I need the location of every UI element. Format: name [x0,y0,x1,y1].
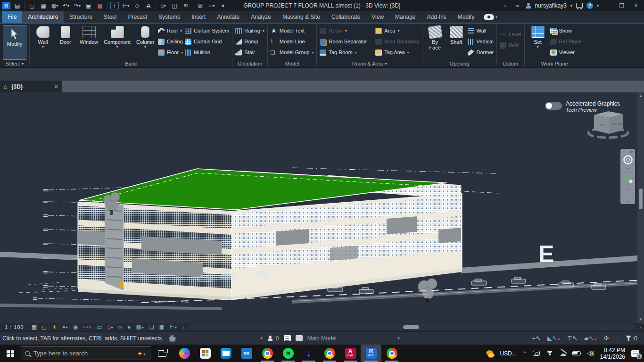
accelerated-graphics-toggle[interactable] [545,102,562,110]
tab-add-ins[interactable]: Add-Ins [421,11,452,23]
insert-image-icon[interactable]: ▩ [96,2,104,9]
elevation-marker[interactable]: E [538,241,554,267]
wall-button[interactable]: Wall▾ [33,25,53,50]
dormer-button[interactable]: Dormer [468,48,494,57]
scroll-right-icon[interactable]: › [636,324,644,330]
ramp-button[interactable]: Ramp [235,37,264,46]
view-lock-icon[interactable]: ⌂● [107,324,113,330]
mall-building[interactable] [78,169,462,300]
help-caret-icon[interactable]: ▾ [597,4,599,8]
scroll-up-icon[interactable]: ▲ [637,94,644,98]
opening-vertical-button[interactable]: Vertical [468,37,494,46]
restore-button[interactable]: ❐ [617,1,627,10]
communicator-icon[interactable]: ▾ [484,11,497,23]
tab-systems[interactable]: Systems [153,11,186,23]
area-button[interactable]: Area▾ [375,26,419,35]
select-underlay-icon[interactable]: ◣↖✕ [547,335,561,342]
model-3d-view[interactable]: E [0,92,644,323]
tab-precast[interactable]: Precast [122,11,153,23]
panel-label-work-plane[interactable]: Work Plane [525,60,585,67]
view-tab-scroll-icon[interactable]: ⌃ [637,81,644,92]
app-copilot[interactable] [174,345,195,362]
tab-massing-site[interactable]: Massing & Site [277,11,326,23]
app-spotify[interactable]: ≋ [278,345,298,362]
text-icon[interactable]: A [144,2,153,9]
set-button[interactable]: Set▾ [528,25,548,50]
clock[interactable]: 8:42 PM 14/1/2026 [600,347,625,360]
level-markers[interactable] [33,189,48,300]
app-microsoft-store[interactable] [195,345,215,362]
vertical-scrollbar[interactable]: ▲ ▼ [637,92,644,323]
select-links-icon[interactable]: ⌁↖ [532,335,541,342]
filter-control[interactable]: :0 [626,335,637,342]
section-icon[interactable]: ◫ [170,2,179,9]
displacement-sets-icon[interactable]: ❏ [149,324,154,330]
crop-view-icon[interactable]: ▭✕ [83,324,91,330]
app-chrome-3[interactable] [381,345,402,362]
save-icon[interactable]: ▦ [39,2,48,9]
show-crop-region-icon[interactable]: ▭ [97,324,102,330]
close-hidden-windows-icon[interactable]: ⊠ [196,2,205,9]
model-group-button[interactable]: ❏Model Group▾ [271,48,314,57]
viewcube-left-face[interactable]: LEFT [598,123,607,127]
task-view-icon[interactable] [158,350,166,357]
tab-annotate[interactable]: Annotate [211,11,245,23]
thin-lines-icon[interactable]: ≋ [182,2,190,9]
tab-manage[interactable]: Manage [389,11,421,23]
shaft-button[interactable]: Shaft [447,25,466,46]
redo-icon[interactable]: ↷▾ [73,2,82,9]
panel-label-datum[interactable]: Datum [497,60,524,67]
measure-icon[interactable]: ⟊ [110,2,119,9]
volume-icon[interactable]: ◁))) [586,350,594,356]
tab-collaborate[interactable]: Collaborate [326,11,366,23]
tab-structure[interactable]: Structure [64,11,98,23]
undo-icon[interactable]: ↶▾ [62,2,70,9]
viewcube-front-face[interactable]: FRONT [612,123,624,126]
worksets-status[interactable]: :0 [267,335,279,342]
wifi-icon[interactable] [546,351,553,356]
steering-wheel-icon[interactable] [623,155,633,165]
tab-file[interactable]: File [2,11,22,23]
stair-button[interactable]: Stair [235,48,264,57]
column-button[interactable]: Column▾ [134,25,156,50]
reveal-hidden-icon[interactable]: ∞ [118,324,123,330]
close-button[interactable]: × [631,1,641,10]
help-icon[interactable]: ? [586,2,593,9]
tag-area-button[interactable]: Tag Area▾ [375,48,419,57]
hidden-icons-chevron-icon[interactable]: ⌃ [523,351,527,356]
revit-logo-icon[interactable]: R [2,2,10,9]
worksharing-display-icon[interactable]: ⊢● [170,324,177,330]
customize-qat-icon[interactable]: ▾ [219,2,227,9]
app-chrome-2[interactable] [319,345,340,362]
panel-label-opening[interactable]: Opening [422,60,497,67]
search-icon[interactable]: ∞ [513,2,522,9]
navbar-options-caret-icon[interactable]: ⌄ [626,198,629,203]
railing-button[interactable]: Railing▾ [235,26,264,35]
panel-label-model[interactable]: Model [268,60,317,67]
design-option-caret-icon[interactable]: ▾ [398,336,400,340]
select-pinned-icon[interactable]: ⊤↖ [567,335,578,342]
taskbar-search[interactable]: Type here to search ✦✦ [21,346,150,360]
home-3d-view-icon[interactable]: ⌂▾ [159,2,167,9]
mullion-button[interactable]: Mullion [185,48,229,57]
tray-currency-label[interactable]: USD... [500,350,516,357]
design-options-icon[interactable] [296,335,303,341]
sun-path-icon[interactable]: ☀ [52,324,57,330]
app-chrome-1[interactable] [257,345,278,362]
previous-pane-icon[interactable]: ‹ [501,2,510,9]
scroll-down-icon[interactable]: ▼ [637,317,644,321]
status-expand-caret-icon[interactable]: ▾ [261,336,263,340]
open-icon[interactable]: ◱ [28,2,36,9]
room-separator-button[interactable]: Room Separator [320,37,367,46]
drawing-area[interactable]: E Accelerated Graphics Tech Preview LEFT… [0,92,644,323]
tab-analyze[interactable]: Analyze [245,11,277,23]
component-button[interactable]: Component▾ [102,25,132,50]
panel-label-room-area[interactable]: Room & Area▾ [317,60,421,67]
notifications-icon[interactable]: 1 [631,350,639,357]
opening-wall-button[interactable]: Wall [468,26,494,35]
view-tab-3d[interactable]: ⌂ {3D} ✕ [0,81,62,92]
user-avatar-icon[interactable] [526,3,531,8]
currency-coins-icon[interactable] [486,350,494,357]
panel-label-build[interactable]: Build [30,60,232,67]
model-line-button[interactable]: ⌇Model Line [271,37,314,46]
